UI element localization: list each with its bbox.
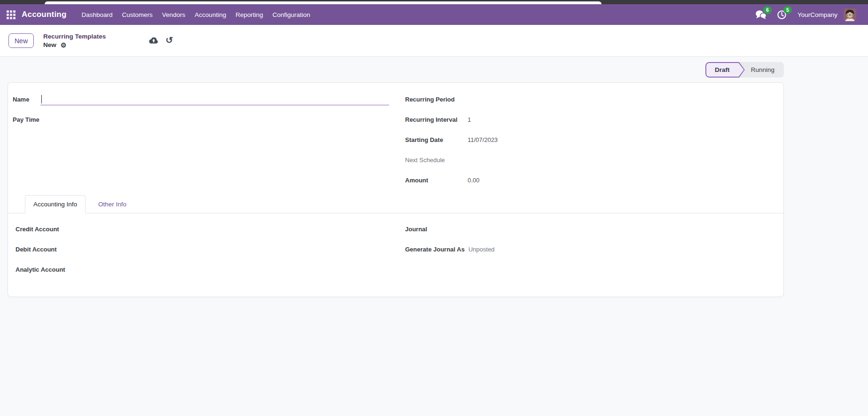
generate-journal-as-value[interactable]: Unposted	[469, 246, 495, 253]
user-avatar[interactable]	[844, 8, 856, 21]
field-row-generate-journal-as: Generate Journal As Unposted	[405, 239, 783, 259]
browser-tab[interactable]	[45, 1, 602, 4]
status-draft-label: Draft	[705, 62, 739, 78]
credit-account-field[interactable]	[109, 223, 405, 235]
statusbar: Draft Running	[705, 62, 784, 78]
recurring-interval-label: Recurring Interval	[405, 116, 464, 123]
field-row-recurring-interval: Recurring Interval 1	[405, 110, 783, 130]
menu-reporting[interactable]: Reporting	[231, 11, 268, 18]
messages-badge: 6	[763, 6, 772, 14]
status-step-running[interactable]: Running	[745, 62, 784, 78]
starting-date-label: Starting Date	[405, 136, 464, 143]
status-running-label: Running	[751, 66, 774, 73]
browser-chrome	[0, 0, 868, 4]
cloud-upload-icon	[149, 37, 158, 44]
tab-other-info[interactable]: Other Info	[90, 195, 134, 213]
field-row-analytic-account: Analytic Account	[16, 259, 405, 280]
field-row-amount: Amount 0.00	[405, 170, 783, 190]
next-schedule-label: Next Schedule	[405, 157, 464, 164]
control-panel: New Recurring Templates New ⚙ ↺	[0, 25, 868, 57]
activities-button[interactable]: 5	[772, 8, 792, 22]
menu-configuration[interactable]: Configuration	[268, 11, 315, 18]
menu-vendors[interactable]: Vendors	[157, 11, 190, 18]
credit-account-label: Credit Account	[16, 226, 109, 233]
app-title[interactable]: Accounting	[22, 10, 67, 19]
menu-customers[interactable]: Customers	[117, 11, 157, 18]
breadcrumb-parent-link[interactable]: Recurring Templates	[43, 33, 106, 40]
generate-journal-as-label: Generate Journal As	[405, 246, 465, 253]
menu-dashboard[interactable]: Dashboard	[77, 11, 117, 18]
field-row-credit-account: Credit Account	[16, 219, 405, 239]
company-menu[interactable]: YourCompany	[798, 11, 837, 18]
apps-grid-icon[interactable]	[7, 10, 16, 19]
analytic-account-field[interactable]	[109, 264, 405, 276]
avatar-image	[844, 8, 856, 21]
field-row-debit-account: Debit Account	[16, 239, 405, 259]
debit-account-field[interactable]	[109, 243, 405, 256]
notebook-tabs: Accounting Info Other Info	[8, 195, 783, 213]
save-button[interactable]	[149, 37, 158, 44]
field-row-pay-time: Pay Time	[13, 110, 405, 130]
recurring-period-field[interactable]	[468, 94, 783, 106]
name-input[interactable]	[40, 94, 389, 105]
menu-accounting[interactable]: Accounting	[190, 11, 231, 18]
amount-label: Amount	[405, 177, 464, 184]
analytic-account-label: Analytic Account	[16, 266, 109, 273]
form-sheet: Name Pay Time Recurring Period R	[8, 82, 784, 297]
pay-time-field[interactable]	[40, 114, 405, 126]
gear-icon[interactable]: ⚙	[61, 42, 67, 48]
undo-icon: ↺	[165, 35, 173, 45]
breadcrumb-current: New	[43, 41, 56, 48]
field-row-journal: Journal	[405, 219, 783, 239]
field-row-starting-date: Starting Date 11/07/2023	[405, 130, 783, 150]
field-row-name: Name	[13, 89, 405, 110]
breadcrumb: Recurring Templates New ⚙	[43, 33, 106, 48]
field-row-next-schedule: Next Schedule	[405, 150, 783, 170]
amount-value[interactable]: 0.00	[468, 177, 479, 184]
activities-badge: 5	[783, 6, 792, 14]
main-content: Draft Running Name Pay Time	[0, 57, 868, 416]
journal-field[interactable]	[468, 223, 783, 235]
recurring-period-label: Recurring Period	[405, 96, 464, 103]
starting-date-value[interactable]: 11/07/2023	[468, 136, 498, 143]
messages-button[interactable]: 6	[750, 8, 772, 22]
new-button[interactable]: New	[8, 33, 34, 48]
field-row-recurring-period: Recurring Period	[405, 89, 783, 110]
discard-button[interactable]: ↺	[165, 36, 173, 45]
text-caret	[41, 95, 42, 103]
status-step-draft[interactable]: Draft	[705, 62, 745, 78]
journal-label: Journal	[405, 226, 464, 233]
name-label: Name	[13, 96, 40, 103]
debit-account-label: Debit Account	[16, 246, 109, 253]
pay-time-label: Pay Time	[13, 116, 40, 123]
top-navbar: Accounting Dashboard Customers Vendors A…	[0, 4, 868, 25]
recurring-interval-value[interactable]: 1	[468, 116, 471, 123]
tab-accounting-info[interactable]: Accounting Info	[25, 195, 86, 213]
